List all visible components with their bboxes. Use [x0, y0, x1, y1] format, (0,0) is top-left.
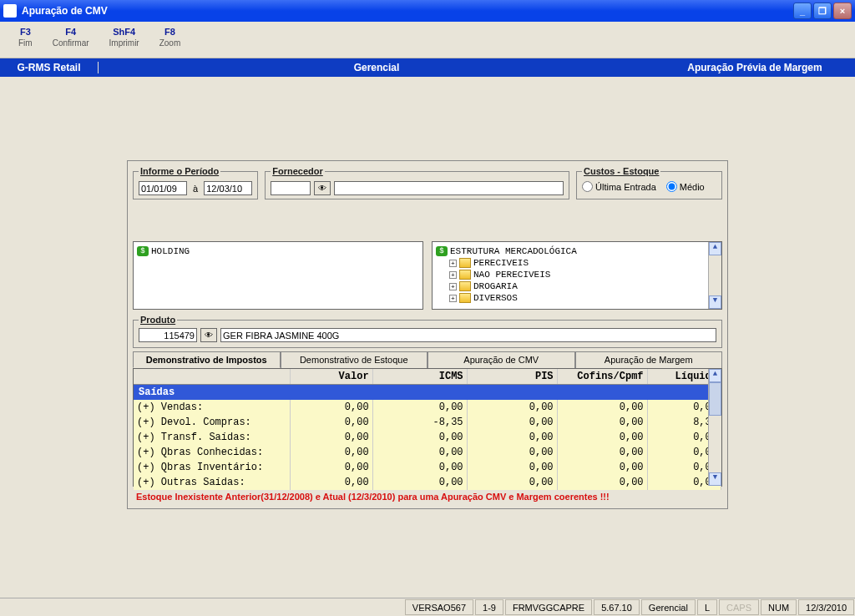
fornecedor-fieldset: Fornecedor 👁 — [265, 166, 569, 199]
custos-legend: Custos - Estoque — [582, 166, 660, 176]
fornecedor-name-input[interactable] — [334, 181, 564, 195]
folder-icon — [459, 258, 471, 268]
tab-demonstrativo-impostos[interactable]: Demonstrativo de Impostos — [133, 351, 281, 368]
scroll-up-icon[interactable]: ▲ — [709, 242, 721, 255]
periodo-to-input[interactable] — [204, 181, 252, 195]
grid-scrollbar[interactable]: ▲ ▼ — [708, 369, 721, 486]
cell-cofins: 0,00 — [558, 415, 648, 430]
periodo-legend: Informe o Período — [139, 166, 220, 176]
grid-row[interactable]: (+) Vendas:0,000,000,000,000,00 — [134, 400, 721, 415]
binoculars-icon[interactable]: 👁 — [314, 181, 331, 195]
scroll-down-icon[interactable]: ▼ — [709, 295, 721, 309]
band-right: Apuração Prévia de Margem — [655, 62, 855, 73]
expand-icon[interactable]: + — [449, 295, 457, 302]
toolbar-key: F8 — [164, 27, 175, 37]
tree-item[interactable]: +NAO PERECIVEIS — [436, 269, 718, 280]
tabs: Demonstrativo de Impostos Demonstrativo … — [133, 351, 722, 368]
expand-icon[interactable]: + — [449, 283, 457, 290]
tree-label: NAO PERECIVEIS — [473, 270, 550, 280]
produto-fieldset: Produto 👁 — [133, 315, 722, 348]
cell-label: (+) Devol. Compras: — [134, 415, 291, 430]
grid-row[interactable]: (+) Transf. Saídas:0,000,000,000,000,00 — [134, 430, 721, 445]
cell-icms: 0,00 — [373, 445, 468, 460]
tab-demonstrativo-estoque[interactable]: Demonstrativo de Estoque — [281, 351, 428, 368]
produto-code-input[interactable] — [139, 328, 197, 342]
tree-label: ESTRUTURA MERCADOLÓGICA — [450, 246, 577, 256]
produto-legend: Produto — [139, 315, 177, 325]
toolbar-fim[interactable]: F3 Fim — [8, 25, 43, 58]
col-header — [134, 369, 291, 384]
cell-pis: 0,00 — [468, 445, 558, 460]
cell-icms: -8,35 — [373, 415, 468, 430]
col-header-cofins: Cofins/Cpmf — [558, 369, 648, 384]
cell-label: (+) Outras Saídas: — [134, 475, 291, 490]
col-header-pis: PIS — [468, 369, 558, 384]
scroll-up-icon[interactable]: ▲ — [709, 369, 721, 382]
tree-right[interactable]: $ ESTRUTURA MERCADOLÓGICA +PERECIVEIS +N… — [432, 241, 722, 310]
scrollbar[interactable]: ▲ ▼ — [708, 242, 721, 309]
cell-icms: 0,00 — [373, 475, 468, 490]
fornecedor-code-input[interactable] — [271, 181, 311, 195]
money-icon: $ — [137, 246, 149, 256]
tree-item[interactable]: +DROGARIA — [436, 280, 718, 292]
toolbar-label: Zoom — [159, 38, 181, 48]
toolbar-key: F3 — [20, 27, 31, 37]
tree-item-root[interactable]: $ ESTRUTURA MERCADOLÓGICA — [436, 245, 718, 257]
cell-label: (+) Qbras Inventário: — [134, 460, 291, 475]
cell-valor: 0,00 — [291, 475, 372, 490]
tree-item-holding[interactable]: $ HOLDING — [137, 245, 419, 257]
cell-cofins: 0,00 — [558, 460, 648, 475]
app-icon — [3, 4, 17, 18]
folder-icon — [459, 281, 471, 291]
tree-item[interactable]: +PERECIVEIS — [436, 257, 718, 269]
band-left: G-RMS Retail — [0, 62, 99, 73]
window-title: Apuração de CMV — [22, 5, 793, 17]
cell-valor: 0,00 — [291, 460, 372, 475]
grid-section-saidas: Saídas — [134, 385, 721, 400]
scroll-down-icon[interactable]: ▼ — [709, 472, 721, 486]
toolbar-zoom[interactable]: F8 Zoom — [149, 25, 191, 58]
grid-row[interactable]: (+) Qbras Inventário:0,000,000,000,000,0… — [134, 460, 721, 475]
status-mode: Gerencial — [641, 599, 696, 615]
toolbar-label: Confirmar — [53, 38, 89, 48]
col-header-icms: ICMS — [373, 369, 468, 384]
money-icon: $ — [436, 246, 448, 256]
radio-medio[interactable]: Médio — [666, 181, 705, 192]
tree-left[interactable]: $ HOLDING — [133, 241, 423, 310]
binoculars-icon[interactable]: 👁 — [200, 328, 217, 342]
status-l: L — [697, 599, 717, 615]
grid-row[interactable]: (+) Devol. Compras:0,00-8,350,000,008,35 — [134, 415, 721, 430]
toolbar: F3 Fim F4 Confirmar ShF4 Imprimir F8 Zoo… — [0, 22, 855, 58]
periodo-sep: à — [193, 184, 198, 194]
cell-pis: 0,00 — [468, 475, 558, 490]
status-bar: VERSAO567 1-9 FRMVGGCAPRE 5.67.10 Gerenc… — [0, 598, 855, 616]
tree-label: DROGARIA — [473, 281, 518, 291]
fornecedor-legend: Fornecedor — [271, 166, 325, 176]
col-header-valor: Valor — [291, 369, 372, 384]
tree-item[interactable]: +DIVERSOS — [436, 292, 718, 304]
cell-pis: 0,00 — [468, 430, 558, 445]
minimize-button[interactable]: _ — [793, 3, 812, 19]
grid-row[interactable]: (+) Outras Saídas:0,000,000,000,000,00 — [134, 475, 721, 490]
maximize-button[interactable]: ❐ — [813, 3, 832, 19]
cell-valor: 0,00 — [291, 430, 372, 445]
data-grid: Valor ICMS PIS Cofins/Cpmf Líquido Saída… — [133, 368, 722, 487]
toolbar-confirmar[interactable]: F4 Confirmar — [43, 25, 99, 58]
folder-icon — [459, 293, 471, 303]
status-form: FRMVGGCAPRE — [505, 599, 592, 615]
tab-apuracao-cmv[interactable]: Apuração de CMV — [428, 351, 575, 368]
scroll-thumb[interactable] — [709, 382, 721, 416]
expand-icon[interactable]: + — [449, 260, 457, 267]
periodo-from-input[interactable] — [139, 181, 187, 195]
expand-icon[interactable]: + — [449, 271, 457, 279]
produto-name-input[interactable] — [220, 328, 716, 342]
toolbar-imprimir[interactable]: ShF4 Imprimir — [99, 25, 149, 58]
grid-row[interactable]: (+) Qbras Conhecidas:0,000,000,000,000,0… — [134, 445, 721, 460]
cell-label: (+) Qbras Conhecidas: — [134, 445, 291, 460]
cell-cofins: 0,00 — [558, 400, 648, 415]
cell-valor: 0,00 — [291, 415, 372, 430]
cell-cofins: 0,00 — [558, 445, 648, 460]
radio-ultima-entrada[interactable]: Última Entrada — [582, 181, 656, 192]
close-button[interactable]: × — [833, 3, 852, 19]
tab-apuracao-margem[interactable]: Apuração de Margem — [575, 351, 723, 368]
